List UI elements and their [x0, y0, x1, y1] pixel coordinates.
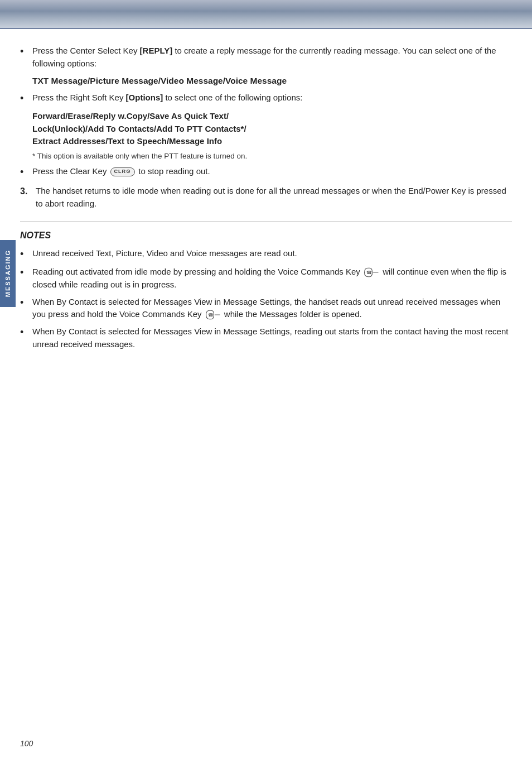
- clr-key-icon: CLR⊙: [110, 167, 136, 176]
- bullet-item-reply: • Press the Center Select Key [REPLY] to…: [20, 45, 512, 70]
- bullet-item-options: • Press the Right Soft Key [Options] to …: [20, 92, 512, 105]
- main-content: • Press the Center Select Key [REPLY] to…: [20, 29, 512, 377]
- bullet-text-clear: Press the Clear Key CLR⊙ to stop reading…: [32, 165, 210, 178]
- svg-text:☎: ☎: [207, 313, 213, 318]
- notes-title: NOTES: [20, 231, 512, 241]
- note-dot-2: •: [20, 266, 30, 280]
- options-detail-block: Forward/Erase/Reply w.Copy/Save As Quick…: [32, 110, 512, 148]
- svg-text:☎: ☎: [366, 270, 372, 275]
- note-text-1: Unread received Text, Picture, Video and…: [32, 247, 297, 260]
- numbered-item-3: 3. The handset returns to idle mode when…: [20, 185, 512, 210]
- note-dot-4: •: [20, 325, 30, 339]
- note-item-3: • When By Contact is selected for Messag…: [20, 296, 512, 322]
- voice-key-icon-2: ☎: [205, 309, 221, 321]
- note-item-1: • Unread received Text, Picture, Video a…: [20, 247, 512, 261]
- bullet-text-options: Press the Right Soft Key [Options] to se…: [32, 92, 302, 104]
- note-item-4: • When By Contact is selected for Messag…: [20, 325, 512, 351]
- top-decorative-bar: [0, 0, 532, 29]
- asterisk-note: * This option is available only when the…: [32, 151, 512, 162]
- note-text-4: When By Contact is selected for Messages…: [32, 325, 512, 351]
- reply-key-label: [REPLY]: [140, 46, 173, 55]
- bullet-dot-2: •: [20, 92, 30, 105]
- number-label-3: 3.: [20, 185, 33, 198]
- note-text-2: Reading out activated from idle mode by …: [32, 266, 512, 291]
- page-number: 100: [20, 739, 33, 748]
- txt-message-options-block: TXT Message/Picture Message/Video Messag…: [32, 74, 512, 87]
- bullet-dot-1: •: [20, 45, 30, 59]
- note-item-2: • Reading out activated from idle mode b…: [20, 266, 512, 291]
- options-key-label: [Options]: [126, 93, 163, 102]
- voice-key-icon-1: ☎: [364, 266, 379, 279]
- bullet-item-clear-key: • Press the Clear Key CLR⊙ to stop readi…: [20, 165, 512, 179]
- sidebar-messaging-label: MESSAGING: [0, 240, 16, 307]
- notes-section: NOTES • Unread received Text, Picture, V…: [20, 221, 512, 351]
- note-text-3: When By Contact is selected for Messages…: [32, 296, 512, 322]
- note-dot-1: •: [20, 247, 30, 261]
- bullet-dot-3: •: [20, 165, 30, 179]
- numbered-text-3: The handset returns to idle mode when re…: [36, 185, 512, 210]
- note-dot-3: •: [20, 296, 30, 310]
- bullet-text-reply: Press the Center Select Key [REPLY] to c…: [32, 45, 512, 70]
